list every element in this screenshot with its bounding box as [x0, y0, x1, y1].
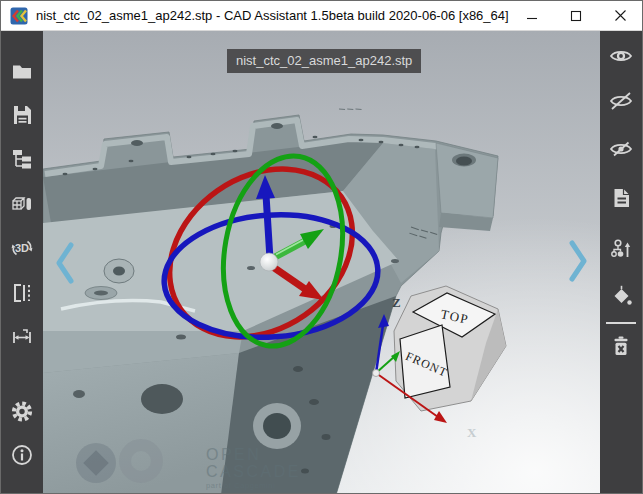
watermark-line3: part of Capgemini: [206, 481, 275, 490]
properties-button[interactable]: [600, 177, 642, 219]
titlebar: nist_ctc_02_asme1_ap242.stp - CAD Assist…: [1, 1, 642, 31]
about-button[interactable]: [1, 434, 43, 476]
rotate-3d-label: 3D: [15, 242, 29, 254]
left-toolbar: 3D: [1, 31, 43, 493]
hide-button[interactable]: [600, 80, 642, 122]
open-folder-icon: [9, 58, 35, 84]
properties-document-icon: [608, 185, 634, 211]
main-area: OPEN CASCADE part of Capgemini: [1, 31, 642, 493]
cad-assistant-logo: [10, 7, 28, 25]
close-icon: [614, 9, 627, 22]
gizmo-center-sphere[interactable]: [260, 253, 278, 271]
window-controls: [510, 1, 642, 30]
measure-button[interactable]: [1, 316, 43, 358]
save-file-button[interactable]: [1, 94, 43, 136]
viewport: OPEN CASCADE part of Capgemini: [43, 31, 600, 493]
view-panel-button[interactable]: [1, 182, 43, 224]
maximize-button[interactable]: [554, 1, 598, 30]
watermark-line2: CASCADE: [206, 463, 301, 480]
settings-gear-icon: [9, 398, 35, 424]
gizmo-arrow-z[interactable]: [266, 195, 270, 259]
measure-distance-icon: [9, 324, 35, 350]
rotate-3d-view-button[interactable]: 3D: [1, 227, 43, 269]
minimize-icon: [526, 10, 538, 22]
close-button[interactable]: [598, 1, 642, 30]
minimize-button[interactable]: [510, 1, 554, 30]
toolbar-divider: [606, 322, 636, 324]
show-eye-icon: [608, 43, 634, 69]
isolate-button[interactable]: [600, 128, 642, 170]
right-toolbar: [600, 31, 642, 493]
about-info-icon: [9, 442, 35, 468]
isolate-eye-icon: [608, 136, 634, 162]
maximize-icon: [570, 10, 582, 22]
hierarchy-up-button[interactable]: [600, 228, 642, 270]
delete-trash-icon: [608, 333, 634, 359]
model-tree-button[interactable]: [1, 138, 43, 180]
open-file-button[interactable]: [1, 50, 43, 92]
hierarchy-up-icon: [608, 236, 634, 262]
app-window: nist_ctc_02_asme1_ap242.stp - CAD Assist…: [0, 0, 643, 494]
clipping-planes-icon: [9, 280, 35, 306]
window-title: nist_ctc_02_asme1_ap242.stp - CAD Assist…: [36, 8, 509, 23]
filename-tooltip: nist_ctc_02_asme1_ap242.stp: [227, 49, 421, 73]
watermark-line1: OPEN: [206, 446, 261, 463]
settings-button[interactable]: [1, 390, 43, 432]
show-all-button[interactable]: [600, 35, 642, 77]
save-floppy-icon: [9, 102, 35, 128]
delete-button[interactable]: [600, 325, 642, 367]
color-fill-button[interactable]: [600, 275, 642, 317]
clipping-planes-button[interactable]: [1, 272, 43, 314]
axis-x-label: X: [467, 425, 477, 440]
color-fill-bucket-icon: [608, 283, 634, 309]
view-cube-panel-icon: [9, 190, 35, 216]
viewport-3d-canvas[interactable]: OPEN CASCADE part of Capgemini: [43, 31, 600, 493]
axis-z-label: Z: [392, 295, 401, 310]
rotate-3d-icon: 3D: [9, 235, 35, 261]
model-tree-icon: [9, 146, 35, 172]
hide-eye-slash-icon: [608, 88, 634, 114]
